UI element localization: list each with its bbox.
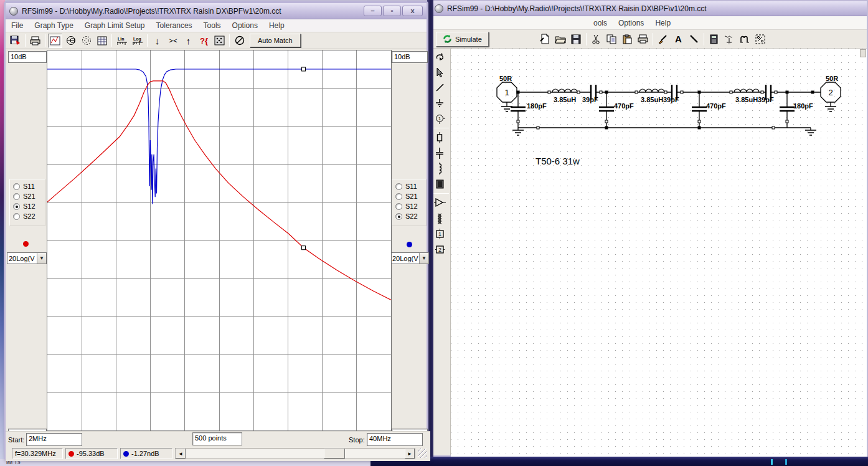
marker-scrollbar[interactable]: ◄ ► (175, 448, 415, 459)
linear-scale-button[interactable]: Lin (115, 34, 129, 48)
series-ind-label: 3.85uH (735, 96, 758, 103)
radio-s12-left[interactable]: S12 (13, 201, 45, 211)
maximize-button[interactable]: ▫ (383, 6, 401, 16)
points-input[interactable]: 500 points (192, 432, 242, 445)
marker-s12[interactable] (302, 246, 306, 250)
menu-graph-type[interactable]: Graph Type (29, 19, 78, 32)
auto-match-button[interactable]: Auto Match (250, 34, 301, 47)
stop-frequency-input[interactable]: 40MHz (367, 433, 423, 446)
menu-graph-limit-setup[interactable]: Graph Limit Setup (79, 19, 151, 32)
menu-help[interactable]: Help (649, 17, 676, 29)
radio-s22-right[interactable]: S22 (395, 211, 426, 221)
save-button[interactable] (569, 32, 583, 46)
y-max-right-input[interactable]: 10dB (392, 51, 428, 63)
scale-combo-right[interactable]: 20Log(V▼ (390, 252, 429, 264)
ground-button[interactable] (432, 95, 447, 111)
scale-combo-left[interactable]: 20Log(V▼ (7, 252, 47, 264)
print-icon (30, 36, 40, 45)
y-max-left-input[interactable]: 10dB (8, 51, 47, 63)
menu-help[interactable]: Help (263, 19, 290, 32)
menu-file[interactable]: File (6, 19, 29, 32)
taskbar-item-fragment[interactable] (771, 459, 787, 465)
inductor-button[interactable] (432, 161, 447, 176)
cut-button[interactable] (589, 32, 603, 46)
minimize-button[interactable]: – (364, 6, 382, 16)
no-tolerance-button[interactable] (232, 34, 247, 48)
percent-box-button[interactable] (753, 32, 768, 46)
port-button[interactable]: 1 (432, 111, 447, 126)
wire-button[interactable] (432, 80, 447, 95)
oneport-box-icon: 1 (435, 229, 445, 239)
log-scale-button[interactable]: Log (130, 34, 144, 48)
scroll-left-button[interactable]: ◄ (176, 449, 186, 459)
query-marker-button[interactable]: ?{ (197, 34, 211, 48)
rotate-button[interactable] (432, 49, 447, 64)
paste-button[interactable] (620, 32, 634, 46)
line-tool-button[interactable] (687, 32, 701, 46)
calculator-button[interactable] (707, 32, 721, 46)
capacitor-button[interactable] (432, 145, 447, 161)
polar-chart-button[interactable] (79, 34, 93, 48)
print-graph-button[interactable] (28, 34, 42, 48)
close-button[interactable]: x (402, 6, 423, 16)
radio-s22-left[interactable]: S22 (13, 211, 45, 221)
graph-titlebar[interactable]: RFSim99 - D:\Hobby\My.Radio\!Projects\!T… (6, 3, 427, 19)
auto-scale-button[interactable]: >·< (166, 34, 180, 48)
sparam-block-icon (435, 179, 445, 189)
start-frequency-input[interactable]: 2MHz (26, 433, 82, 446)
radio-s11-left[interactable]: S11 (13, 181, 45, 191)
open-button[interactable] (554, 32, 568, 46)
twoport-box-button[interactable]: 2 (432, 242, 447, 257)
menu-options[interactable]: Options (613, 17, 649, 29)
menu-tools-partial[interactable]: ools (588, 17, 613, 29)
taskbar[interactable] (370, 457, 868, 466)
schematic-titlebar[interactable]: RFSim99 - D:\Hobby\My.Radio\!Projects\!T… (431, 1, 867, 16)
radio-s12-right[interactable]: S12 (395, 201, 426, 211)
menu-tolerances[interactable]: Tolerances (151, 19, 198, 32)
series-ind-label: 3.85uH (554, 96, 576, 103)
select-button[interactable] (432, 64, 447, 80)
port2-number: 2 (828, 88, 833, 97)
oneport-box-button[interactable]: 1 (432, 226, 447, 242)
table-view-button[interactable] (95, 34, 109, 48)
wire-icon (435, 83, 445, 92)
smith-chart-button[interactable] (64, 34, 78, 48)
resistor-button[interactable] (432, 130, 447, 145)
shift-down-button[interactable]: ↓ (150, 34, 164, 48)
select-icon (436, 67, 444, 77)
attenuator-tool-button[interactable] (722, 32, 737, 46)
series-cap-label: 39pF (663, 96, 679, 103)
rect-graph-button[interactable] (48, 34, 62, 48)
radio-s21-left[interactable]: S21 (13, 191, 45, 201)
print-button[interactable] (636, 32, 650, 46)
graph-window: RFSim99 - D:\Hobby\My.Radio\!Projects\!T… (4, 1, 428, 459)
scrollbar-thumb[interactable] (324, 449, 345, 459)
marker-s22[interactable] (302, 67, 306, 71)
circuit-wires[interactable] (497, 82, 841, 135)
shift-up-button[interactable]: ↑ (181, 34, 196, 48)
menu-tools[interactable]: Tools (198, 19, 227, 32)
text-tool-button[interactable]: A (671, 32, 686, 46)
tolerance-button[interactable] (212, 34, 227, 48)
copy-button[interactable] (605, 32, 619, 46)
simulate-button[interactable]: Simulate (436, 32, 489, 47)
transformer-button[interactable] (432, 211, 447, 226)
menu-options[interactable]: Options (227, 19, 263, 32)
sparam-block-button[interactable] (432, 176, 447, 192)
scroll-right-button[interactable]: ► (405, 449, 415, 459)
smith-chart-icon (66, 36, 76, 45)
radio-s11-right[interactable]: S11 (395, 181, 426, 191)
resize-grip[interactable] (418, 449, 427, 458)
erase-button[interactable] (656, 32, 670, 46)
schematic-canvas[interactable]: 50R 50R 1 2 180pF 470pF 470pF 180pF 3.85… (451, 49, 867, 457)
plot-area[interactable] (47, 50, 392, 431)
new-button[interactable] (538, 32, 552, 46)
coil-tool-button[interactable] (738, 32, 752, 46)
amplifier-button[interactable] (432, 195, 447, 211)
radio-s21-right[interactable]: S21 (395, 191, 426, 201)
shunt-cap-label: 470pF (614, 102, 634, 110)
save-session-button[interactable] (8, 34, 22, 48)
canvas-scrollbar-button[interactable] (860, 49, 866, 57)
cut-icon (592, 34, 600, 44)
shunt-cap-label: 180pF (527, 102, 547, 110)
